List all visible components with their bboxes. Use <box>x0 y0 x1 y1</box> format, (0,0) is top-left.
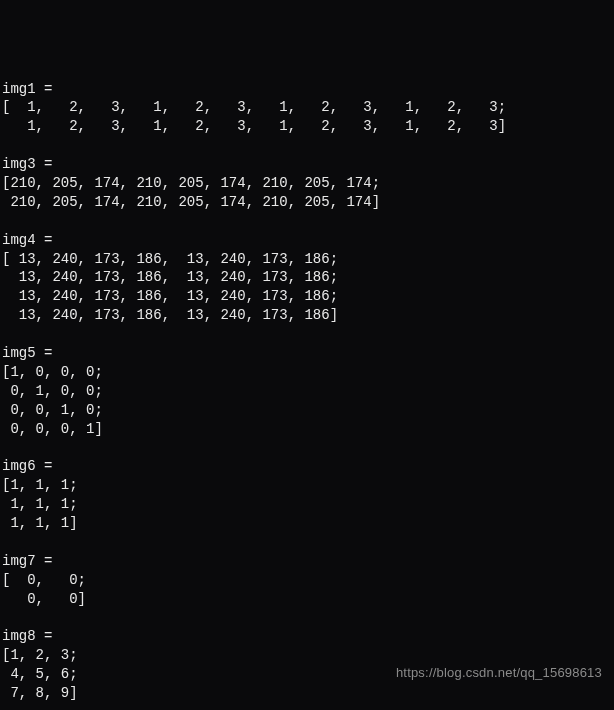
console-line <box>2 609 612 628</box>
console-line: [ 0, 0; <box>2 571 612 590</box>
console-line: img5 = <box>2 344 612 363</box>
watermark-text: https://blog.csdn.net/qq_15698613 <box>396 664 602 682</box>
console-line: 7, 8, 9] <box>2 684 612 703</box>
console-line: 13, 240, 173, 186, 13, 240, 173, 186] <box>2 306 612 325</box>
console-line: [1, 2, 3; <box>2 646 612 665</box>
console-line <box>2 136 612 155</box>
console-line: img1 = <box>2 80 612 99</box>
console-line: 13, 240, 173, 186, 13, 240, 173, 186; <box>2 268 612 287</box>
console-line: 0, 0, 0, 1] <box>2 420 612 439</box>
console-line: 1, 1, 1] <box>2 514 612 533</box>
console-line: 0, 1, 0, 0; <box>2 382 612 401</box>
console-line <box>2 438 612 457</box>
console-line: 0, 0, 1, 0; <box>2 401 612 420</box>
console-line: img8 = <box>2 627 612 646</box>
console-line: [1, 0, 0, 0; <box>2 363 612 382</box>
console-line: [210, 205, 174, 210, 205, 174, 210, 205,… <box>2 174 612 193</box>
console-line: 13, 240, 173, 186, 13, 240, 173, 186; <box>2 287 612 306</box>
console-line: 0, 0] <box>2 590 612 609</box>
console-line: [ 13, 240, 173, 186, 13, 240, 173, 186; <box>2 250 612 269</box>
console-output: img1 =[ 1, 2, 3, 1, 2, 3, 1, 2, 3, 1, 2,… <box>2 80 612 710</box>
console-line: 1, 2, 3, 1, 2, 3, 1, 2, 3, 1, 2, 3] <box>2 117 612 136</box>
console-line <box>2 703 612 710</box>
console-line <box>2 533 612 552</box>
console-line: img4 = <box>2 231 612 250</box>
console-line: img7 = <box>2 552 612 571</box>
console-line <box>2 212 612 231</box>
console-line <box>2 325 612 344</box>
console-line: img6 = <box>2 457 612 476</box>
console-line: 210, 205, 174, 210, 205, 174, 210, 205, … <box>2 193 612 212</box>
console-line: 1, 1, 1; <box>2 495 612 514</box>
console-line: [ 1, 2, 3, 1, 2, 3, 1, 2, 3, 1, 2, 3; <box>2 98 612 117</box>
console-line: img3 = <box>2 155 612 174</box>
console-line: [1, 1, 1; <box>2 476 612 495</box>
